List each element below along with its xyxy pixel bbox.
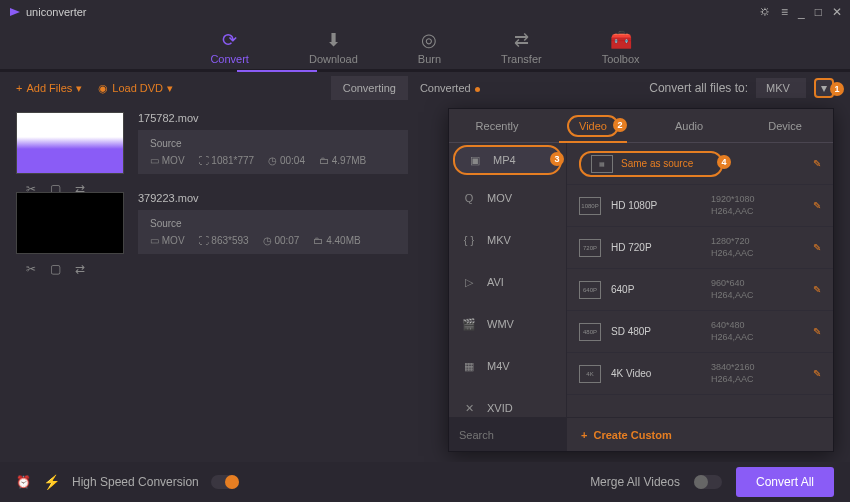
format-mkv[interactable]: { }MKV: [449, 219, 566, 261]
convert-all-label: Convert all files to:: [649, 81, 748, 95]
format-mov[interactable]: QMOV: [449, 177, 566, 219]
app-logo: uniconverter: [8, 5, 87, 19]
edit-icon[interactable]: ✎: [813, 200, 821, 211]
alarm-icon[interactable]: ⏰: [16, 475, 31, 489]
tab-burn[interactable]: ◎ Burn: [418, 29, 441, 65]
active-tab-underline: [237, 70, 317, 72]
resolution-label: ⛶ 1081*777: [199, 155, 255, 166]
minimize-button[interactable]: _: [798, 5, 805, 19]
edit-icon[interactable]: ✎: [813, 242, 821, 253]
resolution-label: ⛶ 863*593: [199, 235, 249, 246]
svg-marker-0: [10, 8, 20, 16]
tab-toolbox[interactable]: 🧰 Toolbox: [602, 29, 640, 65]
load-dvd-button[interactable]: ◉ Load DVD ▾: [98, 82, 173, 95]
format-wmv[interactable]: 🎬WMV: [449, 303, 566, 345]
preset-row[interactable]: 640P 640P 960*640H264,AAC ✎: [567, 269, 833, 311]
main-tabs: ⟳ Convert ⬇ Download ◎ Burn ⇄ Transfer 🧰…: [0, 24, 850, 72]
preset-icon: ▦: [591, 155, 613, 173]
mov-icon: Q: [461, 192, 477, 204]
search-input[interactable]: [449, 418, 567, 451]
toolbar: + Add Files ▾ ◉ Load DVD ▾ Converting Co…: [0, 72, 850, 104]
m4v-icon: ▦: [461, 360, 477, 373]
preset-icon: 640P: [579, 281, 601, 299]
panel-tab-device[interactable]: Device: [737, 109, 833, 142]
format-panel: Recently Video2 Audio Device ▣ MP4 3 QMO…: [448, 108, 834, 452]
bottom-bar: ⏰ ⚡ High Speed Conversion Merge All Vide…: [0, 462, 850, 502]
download-icon: ⬇: [326, 29, 341, 51]
panel-tab-recently[interactable]: Recently: [449, 109, 545, 142]
edit-icon[interactable]: ✎: [813, 158, 821, 169]
notification-dot: [475, 87, 480, 92]
format-dropdown-button[interactable]: ▾1: [814, 78, 834, 98]
edit-icon[interactable]: ✎: [813, 326, 821, 337]
format-list: ▣ MP4 3 QMOV { }MKV ▷AVI 🎬WMV ▦M4V ✕XVID…: [449, 143, 567, 417]
edit-icon[interactable]: ✎: [813, 284, 821, 295]
user-icon[interactable]: ⛭: [759, 5, 771, 19]
preset-row[interactable]: 4K 4K Video 3840*2160H264,AAC ✎: [567, 353, 833, 395]
panel-footer: + Create Custom: [449, 417, 833, 451]
preset-row[interactable]: 720P HD 720P 1280*720H264,AAC ✎: [567, 227, 833, 269]
source-info: Source ▭ MOV ⛶ 863*593 ◷ 00:07 🗀 4.40MB: [138, 210, 408, 254]
toolbox-icon: 🧰: [610, 29, 632, 51]
callout-badge-3: 3: [550, 152, 564, 166]
lightning-icon: ⚡: [43, 474, 60, 490]
tab-convert[interactable]: ⟳ Convert: [210, 29, 249, 65]
mp4-icon: ▣: [467, 154, 483, 167]
video-thumbnail[interactable]: [16, 112, 124, 174]
wmv-icon: 🎬: [461, 318, 477, 331]
format-mp4[interactable]: ▣ MP4 3: [453, 145, 562, 175]
mkv-icon: { }: [461, 234, 477, 246]
close-button[interactable]: ✕: [832, 5, 842, 19]
panel-tab-video[interactable]: Video2: [545, 109, 641, 142]
panel-tab-audio[interactable]: Audio: [641, 109, 737, 142]
preset-list: ▦ Same as source 4 ✎ 1080P HD 1080P 1920…: [567, 143, 833, 417]
avi-icon: ▷: [461, 276, 477, 289]
size-label: 🗀 4.97MB: [319, 155, 366, 166]
container-label: ▭ MOV: [150, 235, 185, 246]
seg-converting[interactable]: Converting: [331, 76, 408, 100]
high-speed-toggle[interactable]: [211, 475, 239, 489]
create-custom-button[interactable]: + Create Custom: [567, 429, 833, 441]
size-label: 🗀 4.40MB: [313, 235, 360, 246]
merge-toggle[interactable]: [694, 475, 722, 489]
trim-icon[interactable]: ✂: [26, 262, 36, 276]
menu-icon[interactable]: ≡: [781, 5, 788, 19]
tab-transfer[interactable]: ⇄ Transfer: [501, 29, 542, 65]
transfer-icon: ⇄: [514, 29, 529, 51]
preset-row[interactable]: 1080P HD 1080P 1920*1080H264,AAC ✎: [567, 185, 833, 227]
preset-icon: 720P: [579, 239, 601, 257]
seg-converted[interactable]: Converted: [408, 76, 492, 100]
logo-icon: [8, 5, 22, 19]
add-files-button[interactable]: + Add Files ▾: [16, 82, 82, 95]
preset-icon: 4K: [579, 365, 601, 383]
high-speed-label: High Speed Conversion: [72, 475, 199, 489]
panel-tabs: Recently Video2 Audio Device: [449, 109, 833, 143]
format-m4v[interactable]: ▦M4V: [449, 345, 566, 387]
burn-icon: ◎: [421, 29, 437, 51]
merge-label: Merge All Videos: [590, 475, 680, 489]
convert-all-button[interactable]: Convert All: [736, 467, 834, 497]
preset-icon: 480P: [579, 323, 601, 341]
settings-icon[interactable]: ⇄: [75, 262, 85, 276]
app-name: uniconverter: [26, 6, 87, 18]
crop-icon[interactable]: ▢: [50, 262, 61, 276]
format-xvid[interactable]: ✕XVID: [449, 387, 566, 417]
source-info: Source ▭ MOV ⛶ 1081*777 ◷ 00:04 🗀 4.97MB: [138, 130, 408, 174]
container-label: ▭ MOV: [150, 155, 185, 166]
duration-label: ◷ 00:04: [268, 155, 305, 166]
callout-badge-1: 1: [830, 82, 844, 96]
xvid-icon: ✕: [461, 402, 477, 415]
preset-row[interactable]: 480P SD 480P 640*480H264,AAC ✎: [567, 311, 833, 353]
edit-icon[interactable]: ✎: [813, 368, 821, 379]
title-bar: uniconverter ⛭ ≡ _ □ ✕: [0, 0, 850, 24]
duration-label: ◷ 00:07: [263, 235, 300, 246]
convert-icon: ⟳: [222, 29, 237, 51]
tab-download[interactable]: ⬇ Download: [309, 29, 358, 65]
preset-same-as-source[interactable]: ▦ Same as source 4 ✎: [567, 143, 833, 185]
maximize-button[interactable]: □: [815, 5, 822, 19]
callout-badge-2: 2: [613, 118, 627, 132]
format-avi[interactable]: ▷AVI: [449, 261, 566, 303]
video-thumbnail[interactable]: [16, 192, 124, 254]
preset-icon: 1080P: [579, 197, 601, 215]
output-format-select[interactable]: MKV: [756, 78, 806, 98]
